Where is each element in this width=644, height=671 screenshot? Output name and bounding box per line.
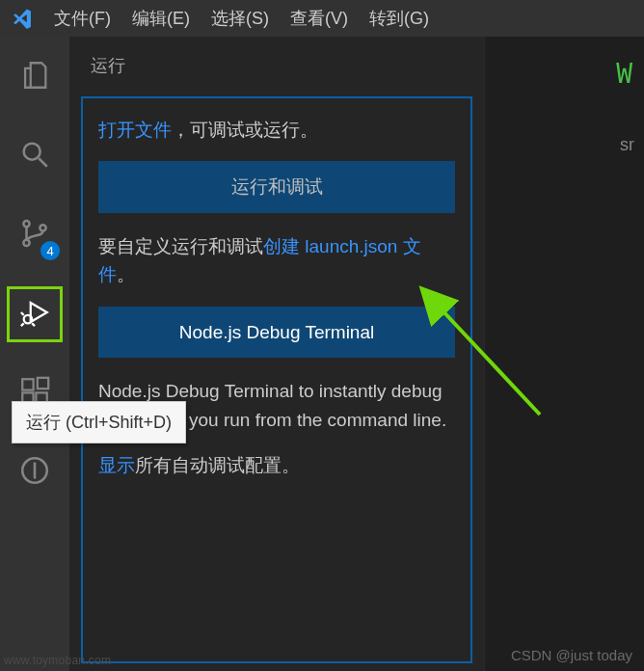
run-debug-icon: [18, 296, 51, 333]
svg-line-8: [21, 323, 24, 326]
customize-line: 要自定义运行和调试创建 launch.json 文件。: [98, 232, 455, 289]
scm-badge: 4: [40, 241, 60, 260]
svg-rect-13: [38, 378, 48, 389]
activity-extra[interactable]: [12, 449, 58, 496]
open-file-link[interactable]: 打开文件: [98, 120, 172, 140]
menu-go[interactable]: 转到(G): [369, 7, 429, 30]
files-icon: [18, 59, 51, 95]
run-and-debug-button[interactable]: 运行和调试: [98, 161, 455, 212]
svg-line-7: [21, 312, 24, 315]
svg-line-1: [39, 158, 47, 167]
open-file-trail: ，可调试或运行。: [172, 120, 318, 140]
svg-rect-10: [22, 379, 33, 389]
circle-pipe-icon: [18, 454, 51, 491]
activity-run-tooltip: 运行 (Ctrl+Shift+D): [12, 401, 186, 443]
menu-view[interactable]: 查看(V): [290, 7, 348, 30]
customize-lead: 要自定义运行和调试: [98, 236, 263, 256]
right-accent-glyph: W: [616, 58, 632, 90]
run-sidebar: 运行 打开文件，可调试或运行。 运行和调试 要自定义运行和调试创建 launch…: [69, 37, 484, 671]
right-partial-text: sr: [620, 135, 634, 155]
svg-point-0: [24, 144, 40, 160]
show-configs-line: 显示所有自动调试配置。: [98, 451, 455, 479]
svg-line-9: [32, 323, 35, 326]
show-configs-link[interactable]: 显示: [98, 455, 135, 475]
run-start-view: 打开文件，可调试或运行。 运行和调试 要自定义运行和调试创建 launch.js…: [81, 96, 472, 663]
svg-point-3: [23, 240, 29, 246]
menu-edit[interactable]: 编辑(E): [132, 7, 190, 30]
menu-file[interactable]: 文件(F): [54, 7, 111, 30]
watermark-left: www.toymoban.com: [4, 654, 111, 667]
menubar: 文件(F) 编辑(E) 选择(S) 查看(V) 转到(G): [0, 0, 644, 37]
sidebar-title: 运行: [69, 37, 484, 91]
node-debug-terminal-button[interactable]: Node.js Debug Terminal: [98, 307, 455, 358]
menu-select[interactable]: 选择(S): [211, 7, 269, 30]
activity-source-control[interactable]: 4: [12, 212, 58, 258]
activity-search[interactable]: [12, 133, 58, 179]
activity-explorer[interactable]: [12, 54, 58, 100]
search-icon: [18, 138, 51, 174]
open-file-line: 打开文件，可调试或运行。: [98, 116, 455, 144]
activity-run-debug[interactable]: [12, 291, 58, 337]
vscode-logo-icon: [12, 8, 33, 29]
watermark: CSDN @just today: [511, 647, 632, 663]
svg-marker-5: [31, 303, 47, 322]
editor-area: W sr: [484, 37, 644, 671]
customize-tail: 。: [117, 264, 135, 284]
svg-point-2: [23, 221, 29, 227]
show-configs-tail: 所有自动调试配置。: [135, 455, 300, 475]
activitybar: 4: [0, 37, 69, 671]
svg-point-4: [40, 225, 45, 230]
